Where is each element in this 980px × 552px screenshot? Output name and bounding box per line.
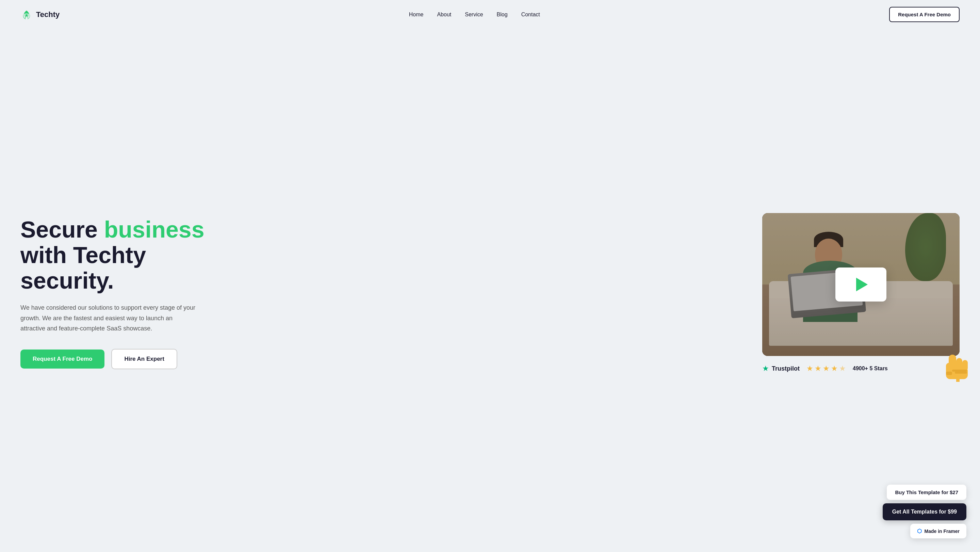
star-3: ★ bbox=[823, 364, 830, 373]
nav-item-home[interactable]: Home bbox=[409, 11, 424, 17]
star-5: ★ bbox=[839, 364, 846, 373]
play-button-container bbox=[835, 267, 886, 302]
trustpilot-section: ★ Trustpilot ★ ★ ★ ★ ★ 4900+ 5 Stars bbox=[762, 356, 959, 373]
play-button[interactable] bbox=[835, 267, 886, 302]
trustpilot-star-icon: ★ bbox=[762, 364, 769, 373]
hero-title-part1: Secure bbox=[21, 216, 104, 242]
hero-description: We have considered our solutions to supp… bbox=[21, 302, 197, 334]
hero-title-highlight: business bbox=[104, 216, 205, 242]
svg-rect-7 bbox=[952, 370, 967, 372]
hero-buttons: Request A Free Demo Hire An Expert bbox=[21, 349, 224, 369]
svg-rect-9 bbox=[946, 372, 952, 375]
navbar: Techty Home About Service Blog Contact R… bbox=[0, 0, 980, 29]
brand-name: Techty bbox=[36, 10, 60, 19]
floating-panel: Buy This Template for $27 Get All Templa… bbox=[883, 485, 966, 538]
buy-template-button[interactable]: Buy This Template for $27 bbox=[887, 485, 966, 500]
play-icon bbox=[856, 278, 868, 291]
all-templates-button[interactable]: Get All Templates for $99 bbox=[883, 503, 966, 520]
framer-icon: ⬡ bbox=[917, 528, 922, 534]
trustpilot-rating-text: 4900+ 5 Stars bbox=[853, 366, 888, 372]
hire-expert-button[interactable]: Hire An Expert bbox=[111, 349, 177, 369]
svg-point-1 bbox=[25, 14, 27, 16]
nav-item-contact[interactable]: Contact bbox=[521, 11, 540, 17]
hero-section: Secure businesswith Techty security. We … bbox=[0, 29, 980, 550]
logo-icon bbox=[21, 8, 33, 21]
nav-item-blog[interactable]: Blog bbox=[497, 11, 508, 17]
framer-label: Made in Framer bbox=[924, 528, 959, 534]
star-2: ★ bbox=[815, 364, 821, 373]
nav-item-about[interactable]: About bbox=[437, 11, 451, 17]
star-rating: ★ ★ ★ ★ ★ bbox=[807, 364, 846, 373]
nav-links: Home About Service Blog Contact bbox=[409, 11, 540, 18]
hero-title-part2: with Techty security. bbox=[21, 242, 146, 293]
hero-left: Secure businesswith Techty security. We … bbox=[21, 217, 224, 369]
made-in-framer-badge[interactable]: ⬡ Made in Framer bbox=[910, 524, 966, 538]
nav-item-service[interactable]: Service bbox=[465, 11, 483, 17]
hero-title: Secure businesswith Techty security. bbox=[21, 217, 224, 293]
svg-rect-8 bbox=[955, 372, 967, 374]
star-4: ★ bbox=[831, 364, 838, 373]
hand-cursor-icon bbox=[946, 355, 970, 387]
nav-cta-button[interactable]: Request A Free Demo bbox=[889, 7, 959, 22]
trustpilot-name: Trustpilot bbox=[772, 365, 800, 372]
star-1: ★ bbox=[807, 364, 813, 373]
trustpilot-logo: ★ Trustpilot bbox=[762, 364, 800, 373]
hero-right: ★ Trustpilot ★ ★ ★ ★ ★ 4900+ 5 Stars bbox=[762, 213, 959, 373]
request-demo-button[interactable]: Request A Free Demo bbox=[21, 350, 105, 369]
video-container[interactable] bbox=[762, 213, 959, 356]
logo[interactable]: Techty bbox=[21, 8, 60, 21]
